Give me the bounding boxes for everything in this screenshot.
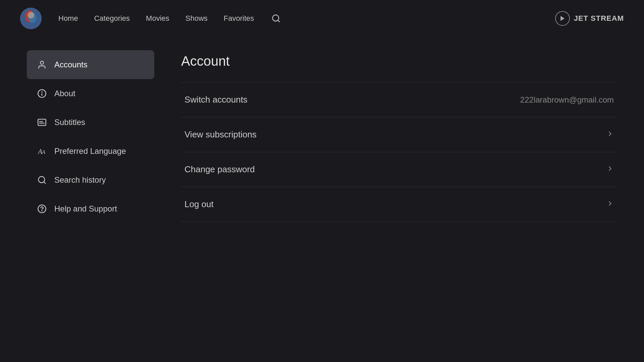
sidebar-item-help-support[interactable]: Help and Support bbox=[27, 194, 154, 223]
sidebar-accounts-label: Accounts bbox=[54, 60, 88, 69]
switch-accounts-right: 222larabrown@gmail.com bbox=[520, 95, 614, 105]
sidebar-subtitles-label: Subtitles bbox=[54, 118, 85, 127]
switch-accounts-label: Switch accounts bbox=[184, 95, 248, 105]
search-history-icon bbox=[37, 175, 47, 185]
help-icon bbox=[37, 204, 47, 214]
language-icon: A A bbox=[37, 146, 47, 156]
sidebar-about-label: About bbox=[54, 89, 75, 98]
sidebar-preferred-language-label: Preferred Language bbox=[54, 146, 126, 156]
sidebar-help-support-label: Help and Support bbox=[54, 204, 117, 214]
sidebar-item-subtitles[interactable]: Subtitles bbox=[27, 108, 154, 137]
subtitles-icon bbox=[37, 117, 47, 127]
user-icon bbox=[37, 60, 47, 70]
sidebar-search-history-label: Search history bbox=[54, 175, 106, 185]
switch-accounts-row: Switch accounts 222larabrown@gmail.com bbox=[181, 82, 617, 117]
log-out-row[interactable]: Log out bbox=[181, 187, 617, 222]
account-rows: Switch accounts 222larabrown@gmail.com V… bbox=[181, 82, 617, 222]
svg-line-5 bbox=[278, 20, 280, 22]
svg-text:A: A bbox=[42, 149, 46, 155]
search-icon bbox=[271, 14, 281, 23]
nav-categories[interactable]: Categories bbox=[94, 14, 130, 23]
chevron-right-icon bbox=[606, 130, 614, 139]
svg-line-17 bbox=[44, 182, 45, 183]
sidebar-item-accounts[interactable]: Accounts bbox=[27, 50, 154, 79]
info-icon bbox=[37, 88, 47, 99]
svg-point-3 bbox=[28, 12, 34, 18]
log-out-label: Log out bbox=[184, 199, 214, 209]
sidebar-item-preferred-language[interactable]: A A Preferred Language bbox=[27, 137, 154, 166]
change-password-row[interactable]: Change password bbox=[181, 152, 617, 187]
header: Home Categories Movies Shows Favorites J… bbox=[0, 0, 644, 37]
search-button[interactable] bbox=[270, 12, 282, 24]
nav-home[interactable]: Home bbox=[58, 14, 78, 23]
right-panel: Account Switch accounts 222larabrown@gma… bbox=[181, 50, 617, 223]
view-subscriptions-row[interactable]: View subscriptions bbox=[181, 117, 617, 152]
nav-movies[interactable]: Movies bbox=[146, 14, 169, 23]
sidebar: Accounts About Subtitles bbox=[27, 50, 154, 223]
brand-name: JET STREAM bbox=[574, 14, 624, 23]
sidebar-item-about[interactable]: About bbox=[27, 79, 154, 108]
nav-favorites[interactable]: Favorites bbox=[224, 14, 254, 23]
change-password-right bbox=[606, 165, 614, 174]
change-password-label: Change password bbox=[184, 164, 255, 175]
brand-play-icon bbox=[555, 11, 570, 26]
view-subscriptions-right bbox=[606, 130, 614, 139]
svg-rect-11 bbox=[38, 119, 46, 126]
nav-links: Home Categories Movies Shows Favorites bbox=[58, 12, 555, 24]
chevron-right-icon bbox=[606, 200, 614, 209]
panel-title: Account bbox=[181, 54, 617, 69]
play-icon bbox=[559, 15, 566, 22]
switch-accounts-email: 222larabrown@gmail.com bbox=[520, 95, 614, 105]
chevron-right-icon bbox=[606, 165, 614, 174]
view-subscriptions-label: View subscriptions bbox=[184, 129, 257, 140]
nav-shows[interactable]: Shows bbox=[185, 14, 208, 23]
svg-marker-6 bbox=[560, 16, 565, 21]
log-out-right bbox=[606, 200, 614, 209]
sidebar-item-search-history[interactable]: Search history bbox=[27, 166, 154, 194]
svg-point-7 bbox=[40, 61, 43, 64]
main-content: Accounts About Subtitles bbox=[0, 37, 644, 237]
logo-avatar[interactable] bbox=[20, 8, 42, 29]
brand-logo: JET STREAM bbox=[555, 11, 624, 26]
